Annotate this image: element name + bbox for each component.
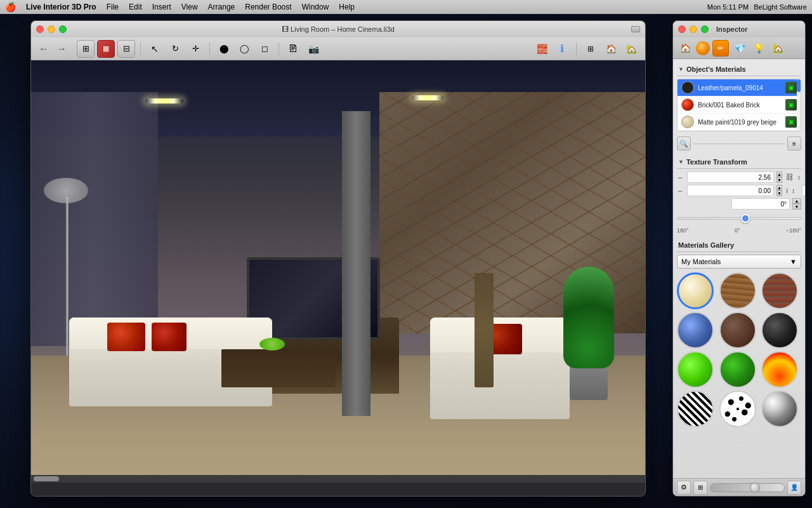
materials-tools: 🔍 ≡	[677, 135, 801, 152]
maximize-button[interactable]	[59, 25, 67, 33]
floor-plan-btn[interactable]: ⊞	[77, 40, 95, 58]
menu-file[interactable]: File	[107, 3, 119, 11]
width-input[interactable]	[687, 171, 774, 183]
camera-btn[interactable]: 📷	[304, 40, 322, 58]
material-edit-1[interactable]: ▣	[785, 99, 797, 110]
options-btn[interactable]: ≡	[787, 137, 801, 150]
viewport[interactable]: ⋮	[31, 60, 646, 483]
menu-help[interactable]: Help	[339, 3, 355, 11]
gallery-item-5[interactable]	[761, 312, 798, 349]
bottom-list-btn[interactable]: 👤	[787, 481, 801, 495]
material-edit-0[interactable]: ▣	[785, 82, 797, 93]
collapse-button[interactable]	[631, 26, 640, 32]
gallery-item-2[interactable]	[761, 272, 798, 309]
forward-button[interactable]: →	[54, 43, 69, 55]
width-stepper[interactable]: ▲ ▼	[776, 171, 782, 183]
rotation-slider[interactable]	[677, 212, 801, 225]
gallery-item-7[interactable]	[719, 351, 756, 388]
gallery-item-1[interactable]	[719, 272, 756, 309]
offset-y-input[interactable]	[802, 185, 805, 196]
materials-scrollbar[interactable]	[797, 79, 801, 131]
home-btn[interactable]: 🏠	[602, 40, 620, 58]
split-view-btn[interactable]: ⊟	[117, 40, 135, 58]
material-item-1[interactable]: Brick/001 Baked Brick ▣	[678, 97, 801, 114]
tab-room[interactable]: 🏡	[769, 40, 786, 57]
gallery-item-9[interactable]	[677, 391, 714, 427]
rotation-up[interactable]: ▲	[792, 198, 801, 204]
bottom-expand-btn[interactable]: ⊞	[693, 481, 707, 495]
offset-x-input[interactable]	[687, 185, 774, 196]
material-edit-2[interactable]: ▣	[785, 116, 797, 128]
gallery-item-6[interactable]	[677, 351, 714, 388]
tab-light[interactable]: 💡	[750, 40, 767, 57]
gallery-dropdown[interactable]: My Materials ▼	[677, 255, 801, 269]
cube-icon: ◻	[261, 44, 268, 53]
menu-insert[interactable]: Insert	[152, 3, 171, 11]
materials-title: Object's Materials	[686, 65, 746, 73]
render-ring-btn[interactable]: ◯	[235, 40, 253, 58]
tab-object[interactable]	[696, 41, 710, 55]
app-name[interactable]: Live Interior 3D Pro	[26, 3, 96, 11]
rotation-thumb[interactable]	[741, 214, 750, 223]
gallery-item-11[interactable]	[761, 391, 798, 427]
materials-section-header: ▼ Object's Materials	[677, 63, 801, 76]
rotation-min-label: 180°	[677, 227, 689, 234]
inspector-maximize[interactable]	[701, 25, 709, 33]
view-2d-btn[interactable]: ⊞	[582, 40, 599, 58]
texture-btn[interactable]: 🖹	[284, 40, 302, 58]
search-material-btn[interactable]: 🔍	[677, 137, 691, 150]
swatch-0	[681, 81, 694, 94]
menu-render[interactable]: Render Boost	[245, 3, 291, 11]
material-item-2[interactable]: Matte paint/1019 grey beige ▣	[678, 114, 801, 131]
render-sphere-btn[interactable]: ⬤	[215, 40, 233, 58]
tools-sep	[693, 144, 785, 144]
offset-x-up[interactable]: ▲	[776, 185, 782, 190]
menu-arrange[interactable]: Arrange	[208, 3, 235, 11]
scrollbar-thumb[interactable]	[34, 476, 59, 481]
tab-material[interactable]: ✏	[712, 40, 729, 57]
exterior-icon: 🏡	[626, 44, 637, 54]
sep3	[278, 43, 279, 55]
inspector-minimize[interactable]	[690, 25, 697, 33]
rotate-btn[interactable]: ↻	[166, 40, 184, 58]
texture-tab-icon: 💎	[735, 43, 745, 53]
menu-window[interactable]: Window	[302, 3, 329, 11]
gallery-item-4[interactable]	[719, 312, 756, 349]
viewport-scrollbar[interactable]	[31, 475, 646, 483]
size-slider[interactable]	[710, 483, 785, 492]
gallery-item-10[interactable]	[719, 391, 756, 427]
rotation-stepper[interactable]: ▲ ▼	[792, 198, 801, 210]
info-btn[interactable]: ℹ	[553, 40, 571, 58]
menu-edit[interactable]: Edit	[129, 3, 142, 11]
close-button[interactable]	[36, 25, 44, 33]
bottom-gear-btn[interactable]: ⚙	[677, 481, 691, 495]
offset-x-stepper[interactable]: ▲ ▼	[776, 185, 782, 196]
inspector-close[interactable]	[678, 25, 686, 33]
gallery-item-3[interactable]	[677, 312, 714, 349]
object-btn[interactable]: 🧱	[533, 40, 551, 58]
gallery-item-0[interactable]	[677, 272, 714, 309]
tab-texture[interactable]: 💎	[731, 40, 748, 57]
rotation-mid-label: 0°	[735, 227, 740, 234]
rotation-down[interactable]: ▼	[792, 204, 801, 210]
apple-menu[interactable]: 🍎	[5, 2, 16, 12]
width-up[interactable]: ▲	[776, 171, 782, 177]
select-btn[interactable]: ↖	[146, 40, 164, 58]
pillow-red-2	[152, 323, 187, 351]
render-cube-btn[interactable]: ◻	[256, 40, 273, 58]
gallery-item-8[interactable]	[761, 351, 798, 388]
menu-view[interactable]: View	[181, 3, 198, 11]
move-btn[interactable]: ✛	[187, 40, 204, 58]
back-button[interactable]: ←	[36, 43, 51, 55]
exterior-btn[interactable]: 🏡	[622, 40, 640, 58]
offset-x-down[interactable]: ▼	[776, 190, 782, 196]
width-down[interactable]: ▼	[776, 177, 782, 183]
object-icon: 🧱	[537, 44, 547, 54]
rotation-input[interactable]	[731, 198, 790, 210]
tab-home[interactable]: 🏠	[677, 40, 693, 57]
material-item-0[interactable]: Leather/pamela_09014 ▣	[678, 79, 801, 97]
sep2	[209, 43, 210, 55]
minimize-button[interactable]	[48, 25, 55, 33]
3d-view-btn[interactable]: ▦	[97, 40, 115, 58]
materials-list: Leather/pamela_09014 ▣ Brick/001 Baked B…	[677, 79, 801, 131]
